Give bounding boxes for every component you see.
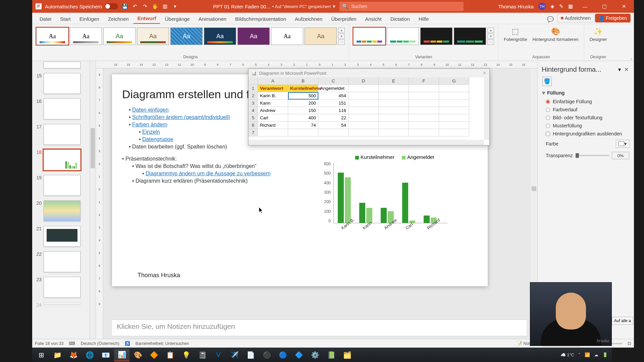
theme-thumb[interactable]: Aa: [271, 27, 303, 45]
weather-icon[interactable]: ☁️ 1°C: [560, 352, 574, 357]
pen-icon[interactable]: ✎: [559, 3, 564, 9]
taskbar-excel-icon[interactable]: 📗: [323, 349, 339, 361]
tab-datei[interactable]: Datei: [36, 14, 55, 24]
chart-window-hscroll[interactable]: [249, 140, 484, 145]
diamond-icon[interactable]: ◈: [550, 3, 554, 9]
taskbar-app-icon[interactable]: V: [211, 349, 226, 361]
thumbnail-panel[interactable]: 15 16 17 18 19 20 21 22 23 24: [32, 61, 96, 339]
slide-thumb[interactable]: 23: [32, 276, 96, 301]
redo-icon[interactable]: ↷: [142, 3, 148, 10]
fill-picture-radio[interactable]: Bild- oder Texturfüllung: [542, 114, 629, 122]
designs-gallery[interactable]: Aa Aa Aa Aa Aa Aa Aa Aa Aa ▴▾⋯: [35, 25, 346, 47]
apply-all-button[interactable]: Auf alle a: [612, 317, 633, 325]
designer-button[interactable]: ✨Designer: [587, 25, 610, 43]
taskbar-app-icon[interactable]: 📄: [243, 349, 258, 361]
theme-thumb[interactable]: Aa: [170, 27, 203, 45]
tab-aufzeichnen[interactable]: Aufzeichnen: [291, 14, 327, 24]
tray-wifi-icon[interactable]: 📶: [585, 352, 590, 357]
taskbar-explorer-icon[interactable]: 📁: [50, 349, 65, 361]
tab-entwurf[interactable]: Entwurf: [133, 13, 160, 24]
theme-thumb[interactable]: Aa: [237, 27, 270, 45]
theme-thumb[interactable]: Aa: [103, 27, 136, 45]
share-button[interactable]: 👤 Freigeben: [595, 14, 631, 22]
tab-hilfe[interactable]: Hilfe: [415, 14, 433, 24]
save-icon[interactable]: 💾: [121, 3, 128, 10]
tab-ueberpruefen[interactable]: Überprüfen: [327, 14, 360, 24]
user-avatar[interactable]: TH: [538, 3, 546, 10]
fill-gradient-radio[interactable]: Farbverlauf: [542, 106, 629, 114]
minimize-button[interactable]: —: [578, 0, 592, 13]
designs-more[interactable]: ▴▾⋯: [338, 27, 345, 45]
chart-window-vscroll[interactable]: [484, 77, 489, 140]
tab-einfuegen[interactable]: Einfügen: [75, 14, 103, 24]
theme-thumb[interactable]: Aa: [305, 27, 337, 45]
slide-size-button[interactable]: ⬚Foliengröße: [501, 25, 530, 43]
tab-dictation[interactable]: Dictation: [386, 14, 414, 24]
tab-animationen[interactable]: Animationen: [195, 14, 230, 24]
search-box[interactable]: 🔍: [339, 2, 464, 11]
theme-thumb[interactable]: Aa: [70, 27, 102, 45]
variant-thumb[interactable]: [454, 27, 486, 45]
from-beginning-icon[interactable]: ▥: [162, 3, 168, 10]
lang-icon[interactable]: ⌨: [69, 341, 75, 346]
chart-data-grid[interactable]: ABCDEFG1VerantwortKursteilnehmeAngemelde…: [249, 77, 489, 136]
slide-thumb[interactable]: 17: [32, 123, 96, 148]
tab-zeichnen[interactable]: Zeichnen: [104, 14, 133, 24]
taskbar-settings-icon[interactable]: ⚙️: [307, 349, 323, 361]
accessibility-icon[interactable]: ♿: [125, 341, 130, 346]
format-pane-dropdown-icon[interactable]: ▾: [616, 66, 623, 73]
system-tray[interactable]: ☁️ 1°C ˄ 📶 ☁ 🔋: [560, 352, 610, 357]
variant-thumb[interactable]: [420, 27, 452, 45]
taskbar-powerpoint-icon[interactable]: 📊: [114, 349, 129, 361]
slide-counter[interactable]: Folie 18 von 33: [35, 341, 63, 346]
transparency-slider[interactable]: [576, 155, 609, 156]
calendar-icon[interactable]: ▦: [568, 3, 573, 9]
zoom-fit-icon[interactable]: ⊡: [628, 341, 631, 346]
notes-area[interactable]: Klicken Sie, um Notizen hinzuzufügen: [112, 319, 527, 336]
accessibility-label[interactable]: Barrierefreiheit: Untersuchen: [136, 341, 189, 346]
comments-icon[interactable]: 💬: [544, 15, 556, 24]
tray-onedrive-icon[interactable]: ☁: [594, 352, 598, 357]
fill-solid-radio[interactable]: Einfarbige Füllung: [542, 98, 629, 106]
tab-ansicht[interactable]: Ansicht: [361, 14, 385, 24]
tab-start[interactable]: Start: [56, 14, 75, 24]
chart-window-header[interactable]: 📊 Diagramm in Microsoft PowerPoint ✕: [249, 69, 489, 77]
hide-bg-graphics-check[interactable]: Hintergrundgrafiken ausblenden: [542, 130, 629, 138]
editor-vscroll[interactable]: [531, 68, 537, 319]
chart-window-close-icon[interactable]: ✕: [483, 70, 487, 76]
taskbar-app-icon[interactable]: 📋: [162, 349, 178, 361]
taskbar[interactable]: ⊞ 📁 🦊 🌐 📧 📊 🎨 🔶 📋 💡 📓 V ✈️ 📄 ⚫ 🔵 🔷 ⚙️ 📗 …: [32, 348, 612, 362]
slide-thumb[interactable]: 18: [32, 148, 96, 174]
chart[interactable]: 0100200300400500600 Karin B.KarinAndrewC…: [320, 162, 447, 235]
theme-thumb[interactable]: Aa: [137, 27, 169, 45]
autosave-switch[interactable]: [105, 3, 118, 9]
maximize-button[interactable]: ▢: [597, 0, 612, 13]
slide-thumb[interactable]: 22: [32, 250, 96, 276]
tray-battery-icon[interactable]: 🔋: [602, 352, 608, 357]
format-pane-close-icon[interactable]: ✕: [623, 66, 630, 73]
undo-icon[interactable]: ↶: [131, 3, 138, 10]
variants-more[interactable]: ▴▾⋯: [487, 27, 494, 45]
theme-thumb[interactable]: Aa: [204, 27, 236, 45]
taskbar-telegram-icon[interactable]: ✈️: [227, 349, 242, 361]
variant-thumb[interactable]: [387, 27, 419, 45]
tab-uebergaenge[interactable]: Übergänge: [161, 14, 194, 24]
qat-more-icon[interactable]: ▾: [172, 3, 178, 10]
title-dropdown-icon[interactable]: ▾: [333, 3, 335, 9]
start-button[interactable]: ⊞: [34, 349, 49, 361]
taskbar-app-icon[interactable]: 🗂️: [339, 349, 355, 361]
variants-gallery[interactable]: ▴▾⋯: [352, 25, 495, 47]
thumb-scrollbar[interactable]: [90, 61, 96, 339]
slide-thumb[interactable]: 16: [32, 97, 96, 123]
slide-thumb[interactable]: [32, 62, 96, 72]
variant-thumb[interactable]: [353, 27, 385, 45]
slide-thumb[interactable]: 15: [32, 72, 96, 97]
taskbar-firefox-icon[interactable]: 🦊: [66, 349, 81, 361]
chart-data-window[interactable]: 📊 Diagramm in Microsoft PowerPoint ✕ ABC…: [248, 68, 490, 145]
search-input[interactable]: [351, 4, 461, 9]
user-name[interactable]: Thomas Hruska: [498, 4, 534, 9]
color-picker-button[interactable]: ▾: [616, 140, 629, 148]
tray-chevron-icon[interactable]: ˄: [578, 352, 581, 357]
format-background-button[interactable]: 🎨Hintergrund formatieren: [530, 25, 581, 43]
record-button[interactable]: Aufzeichnen: [557, 14, 594, 22]
